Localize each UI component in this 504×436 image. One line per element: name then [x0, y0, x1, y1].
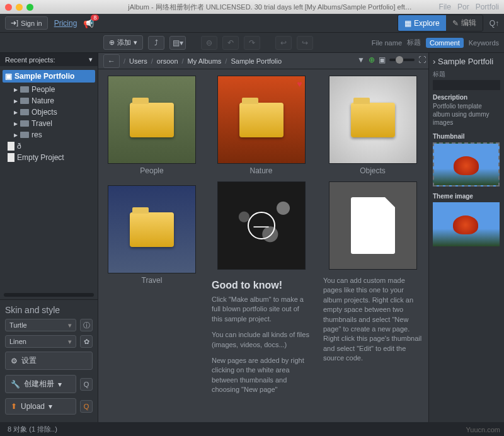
comment-column[interactable]: Comment [426, 38, 464, 48]
filter-add-icon[interactable]: ⊕ [369, 55, 375, 64]
sidebar-scrollbar[interactable] [4, 293, 94, 297]
folder-thumb-travel[interactable]: Travel [105, 185, 199, 285]
redo-button[interactable]: ↪ [297, 36, 313, 50]
make-album-button[interactable]: 🔧创建相册▾ [5, 375, 76, 393]
title-field[interactable] [433, 80, 500, 90]
view-toggle-icon[interactable]: ▣ [379, 55, 386, 64]
folder-icon [20, 120, 29, 127]
folder-icon [351, 103, 395, 137]
tree-item-res[interactable]: ▸res [0, 129, 98, 141]
theme-info-button[interactable]: ⓘ [80, 319, 93, 331]
thumbnail-grid: People Travel ♥ Nature — Good to know! C… [98, 69, 428, 422]
settings-button[interactable]: ⚙设置 [5, 352, 93, 370]
custom-page-thumb[interactable] [323, 181, 422, 270]
close-window-button[interactable] [5, 4, 12, 11]
chevron-down-icon: ▾ [49, 402, 52, 411]
folder-icon [239, 103, 284, 137]
chevron-down-icon[interactable]: ▾ [89, 55, 93, 64]
tree-item-travel[interactable]: ▸Travel [0, 118, 98, 129]
tab-portfolio-1[interactable]: Por [455, 1, 472, 13]
sign-in-label: Sign in [21, 20, 42, 27]
skin-section-title: Skin and style [5, 305, 93, 315]
minus-icon: — [248, 212, 275, 239]
tree-item-objects[interactable]: ▸Objects [0, 106, 98, 118]
folder-icon [20, 132, 29, 138]
project-tree: ▣Sample Portfolio ▸People ▸Nature ▸Objec… [0, 66, 98, 166]
folder-icon [20, 86, 29, 93]
announcement-icon[interactable]: 📢8 [83, 18, 94, 28]
watermark: Yuucn.com [466, 426, 500, 433]
chevron-right-icon[interactable]: › [433, 57, 435, 66]
description-label: Description [433, 94, 500, 101]
title-column[interactable]: 标题 [407, 38, 421, 47]
minimize-window-button[interactable] [16, 4, 23, 11]
tab-file[interactable]: File [437, 1, 454, 13]
description-text[interactable]: Portfolio template album using dummy ima… [433, 102, 500, 127]
thumbnail-size-slider[interactable] [389, 59, 415, 61]
properties-panel-title: › Sample Portfoli [433, 57, 500, 66]
chevron-down-icon: ▾ [134, 38, 137, 47]
folder-thumb-nature[interactable]: ♥ Nature [212, 76, 311, 175]
notification-badge: 8 [91, 14, 99, 21]
thumbnail-label: Thumbnail [433, 133, 500, 140]
folder-thumb-objects[interactable]: Objects [323, 76, 422, 175]
top-right-tabs: File Por Portfoli [437, 1, 501, 13]
folder-thumb-people[interactable]: People [105, 76, 199, 175]
path-segment[interactable]: Sample Portfolio [231, 57, 282, 65]
path-back-button[interactable]: ← [103, 54, 120, 68]
status-text: 8 对象 (1 排除..) [8, 425, 57, 434]
folder-icon [130, 103, 174, 137]
sign-in-icon: ➜] [11, 19, 18, 27]
file-icon [8, 142, 14, 151]
tree-item-nature[interactable]: ▸Nature [0, 95, 98, 106]
fullscreen-icon[interactable]: ⛶ [418, 55, 426, 64]
rotate-left-button[interactable]: ↶ [222, 36, 239, 50]
style-select[interactable]: Linen [5, 335, 76, 348]
undo-button[interactable]: ↩ [275, 36, 292, 50]
favorite-icon[interactable]: ♥ [297, 79, 302, 89]
path-segment[interactable]: Users [129, 57, 147, 65]
filter-icon[interactable]: ▼ [357, 55, 365, 64]
file-icon [8, 153, 14, 162]
sign-in-button[interactable]: ➜] Sign in [5, 16, 48, 30]
tree-root[interactable]: ▣Sample Portfolio [3, 70, 95, 83]
keywords-column[interactable]: Keywords [469, 39, 499, 47]
path-segment[interactable]: My Albums [188, 57, 222, 65]
rotate-right-button[interactable]: ↷ [244, 36, 260, 50]
folder-icon [130, 212, 174, 247]
secondary-toolbar: ⊕添加▾ ⤴ ▤▾ ⊖ ↶ ↷ ↩ ↪ File name 标题 Comment… [0, 33, 504, 53]
preview-button[interactable]: Q [80, 378, 93, 391]
info-page-thumb[interactable]: — [212, 181, 311, 270]
style-settings-button[interactable]: ✿ [80, 335, 93, 348]
new-page-button[interactable]: ▤▾ [169, 36, 186, 50]
add-button[interactable]: ⊕添加▾ [103, 35, 143, 50]
tree-item-people[interactable]: ▸People [0, 84, 98, 95]
grid-icon: ▦ [404, 19, 411, 28]
theme-image-label: Theme image [433, 193, 500, 200]
search-icon[interactable]: Q↑ [490, 19, 499, 28]
status-bar: 8 对象 (1 排除..) [0, 422, 504, 436]
pencil-icon: ✎ [452, 19, 459, 28]
new-folder-button[interactable]: ⤴ [148, 36, 164, 50]
theme-image-preview[interactable] [433, 202, 500, 246]
explore-mode-tab[interactable]: ▦Explore [398, 15, 446, 31]
thumbnail-preview[interactable] [433, 142, 500, 186]
pricing-link[interactable]: Pricing [54, 19, 77, 28]
info-paragraph: You can include all kinds of files (imag… [212, 330, 311, 350]
tree-item-empty-project[interactable]: Empty Project [0, 152, 98, 163]
tree-item-page[interactable]: ð [0, 141, 98, 152]
view-online-button[interactable]: Q [80, 400, 93, 413]
remove-button[interactable]: ⊖ [201, 36, 217, 50]
upload-button[interactable]: ⬆Upload▾ [5, 398, 76, 415]
theme-select[interactable]: Turtle [5, 319, 76, 331]
tab-portfolio-2[interactable]: Portfoli [473, 1, 501, 13]
edit-mode-tab[interactable]: ✎编辑 [446, 15, 483, 31]
gear-icon: ⚙ [11, 357, 18, 365]
document-icon [351, 197, 395, 254]
maximize-window-button[interactable] [26, 4, 33, 11]
folder-icon [20, 109, 29, 115]
upload-icon: ⬆ [11, 402, 17, 411]
path-segment[interactable]: orsoon [157, 57, 178, 65]
filename-column[interactable]: File name [372, 39, 402, 47]
custom-page-description: You can add custom made pages like this … [323, 276, 422, 364]
